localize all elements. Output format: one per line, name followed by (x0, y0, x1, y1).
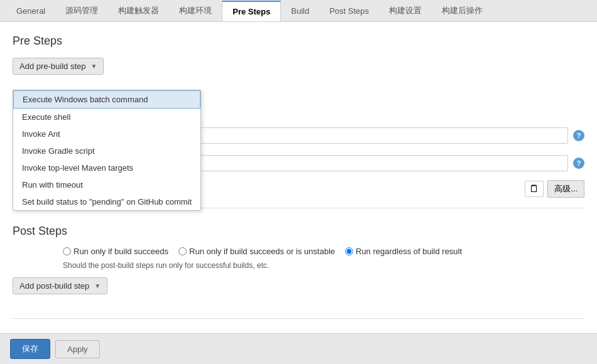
menu-item-invoke-ant[interactable]: Invoke Ant (13, 126, 200, 142)
radio-success-only[interactable]: Run only if build succeeds (63, 247, 168, 256)
poststeps-title: Post Steps (13, 225, 584, 238)
tab-source[interactable]: 源码管理 (55, 0, 108, 21)
tab-presteps[interactable]: Pre Steps (222, 1, 281, 21)
radio-success-only-label: Run only if build succeeds (74, 247, 168, 256)
menu-item-exec-shell[interactable]: Execute shell (13, 109, 200, 126)
radio-regardless-input[interactable] (345, 247, 353, 255)
advanced-button[interactable]: 高级... (547, 180, 584, 198)
edit-icon: 🗒 (529, 183, 539, 194)
radio-success-unstable[interactable]: Run only if build succeeds or is unstabl… (178, 247, 335, 256)
presteps-title: Pre Steps (13, 35, 584, 48)
dropdown-arrow-icon: ▼ (91, 63, 97, 70)
tab-poststeps[interactable]: Post Steps (319, 0, 379, 21)
add-prebuild-btn[interactable]: Add pre-build step ▼ (13, 58, 104, 75)
tab-buildsettings[interactable]: 构建设置 (379, 0, 432, 21)
radio-success-unstable-label: Run only if build succeeds or is unstabl… (189, 247, 335, 256)
menu-item-run-timeout[interactable]: Run with timeout (13, 176, 200, 193)
radio-regardless[interactable]: Run regardless of build result (345, 247, 462, 256)
main-content: Pre Steps Add pre-build step ▼ Execute W… (0, 22, 597, 350)
tab-postbuild[interactable]: 构建后操作 (432, 0, 493, 21)
presteps-dropdown: Execute Windows batch command Execute sh… (13, 90, 201, 211)
save-button[interactable]: 保存 (10, 339, 50, 359)
menu-item-set-status[interactable]: Set build status to "pending" on GitHub … (13, 193, 200, 210)
tab-build[interactable]: Build (281, 0, 319, 21)
edit-icon-btn[interactable]: 🗒 (525, 181, 544, 197)
poststeps-helper-text: Should the post-build steps run only for… (13, 261, 584, 270)
menu-item-invoke-gradle[interactable]: Invoke Gradle script (13, 142, 200, 159)
poststeps-section: Post Steps Run only if build succeeds Ru… (13, 218, 584, 308)
radio-regardless-label: Run regardless of build result (356, 247, 462, 256)
add-postbuild-btn[interactable]: Add post-build step ▼ (13, 277, 107, 294)
postbuild-dropdown-arrow-icon: ▼ (94, 282, 101, 289)
apply-button[interactable]: Apply (55, 340, 100, 358)
top-nav: General 源码管理 构建触发器 构建环境 Pre Steps Build … (0, 0, 597, 22)
radio-success-unstable-input[interactable] (178, 247, 187, 255)
tab-general[interactable]: General (6, 0, 55, 21)
add-prebuild-label: Add pre-build step (19, 62, 86, 71)
section-divider-2 (13, 318, 584, 319)
menu-item-exec-windows[interactable]: Execute Windows batch command (13, 90, 200, 109)
bottom-bar: 保存 Apply (0, 333, 597, 364)
radio-success-only-input[interactable] (63, 247, 71, 255)
add-postbuild-label: Add post-build step (19, 281, 89, 291)
timeout-help-icon[interactable]: ? (573, 158, 584, 169)
command-help-icon[interactable]: ? (573, 130, 584, 141)
tab-env[interactable]: 构建环境 (169, 0, 222, 21)
tab-triggers[interactable]: 构建触发器 (108, 0, 169, 21)
radio-group: Run only if build succeeds Run only if b… (13, 247, 584, 256)
menu-item-invoke-maven[interactable]: Invoke top-level Maven targets (13, 159, 200, 176)
